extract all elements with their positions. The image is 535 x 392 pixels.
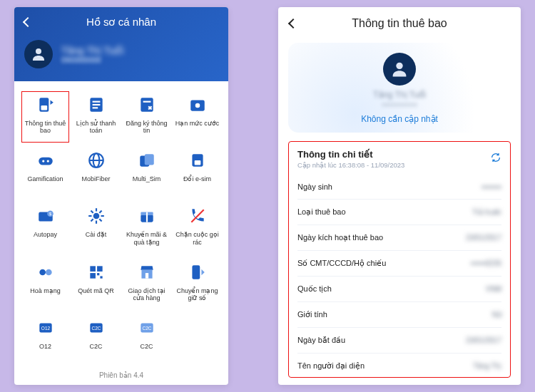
c2c-b-icon: C2C (136, 317, 158, 339)
feature-tile[interactable]: Đổi e-sim (173, 147, 221, 198)
tile-label: Đăng ký thông tin (123, 120, 170, 135)
history-icon (86, 94, 107, 115)
feature-tile[interactable]: Multi_Sim (123, 147, 170, 198)
avatar (383, 53, 416, 86)
detail-value: 23/01/2017 (466, 336, 501, 344)
tile-label: Hạn mức cước (175, 120, 220, 135)
refresh-icon[interactable] (490, 152, 501, 166)
feature-tile[interactable]: Gamification (21, 147, 69, 198)
card-phone: 0900000000 (382, 101, 417, 108)
svg-rect-43 (100, 276, 102, 278)
svg-rect-11 (39, 158, 53, 165)
svg-text:O12: O12 (41, 326, 50, 331)
detail-row: Ngày sinh•••••••• (297, 175, 501, 200)
esim-icon (187, 150, 208, 171)
svg-rect-39 (90, 266, 96, 272)
autopay-icon: $ (35, 205, 56, 227)
tile-label: Cài đặt (86, 231, 107, 247)
limit-icon (187, 94, 208, 115)
svg-text:C2C: C2C (142, 326, 151, 331)
subscriber-card: Tăng Thị Tuổi 0900000000 Không cần cập n… (288, 43, 511, 133)
svg-rect-6 (92, 107, 98, 108)
register-icon (136, 94, 158, 115)
tile-label: Multi_Sim (133, 175, 161, 191)
tile-label: Khuyến mãi & quà tặng (123, 231, 170, 247)
tile-label: O12 (39, 343, 51, 359)
svg-point-12 (42, 160, 44, 163)
profile-screen: Hồ sơ cá nhân Tăng Thị Tuổi 0900000000 T… (14, 7, 228, 385)
app-version: Phiên bản 4.4 (14, 368, 228, 385)
tile-label: C2C (140, 343, 153, 359)
svg-point-53 (396, 63, 402, 69)
svg-text:$: $ (49, 212, 51, 216)
detail-label: Ngày bắt đầu (297, 336, 345, 345)
feature-tile[interactable]: Cài đặt (72, 202, 120, 254)
feature-tile[interactable]: Đăng ký thông tin (123, 91, 170, 143)
feature-tile[interactable]: Chặn cuộc gọi rác (173, 202, 221, 254)
feature-tile[interactable]: Quét mã QR (72, 259, 120, 310)
svg-rect-20 (194, 160, 200, 165)
header-title: Hồ sơ cá nhân (31, 16, 211, 29)
svg-rect-18 (144, 155, 153, 165)
feature-tile[interactable]: MobiFiber (72, 147, 120, 198)
detail-row: Ngày kích hoạt thuê bao23/01/2017 (297, 225, 501, 251)
detail-row: Ngày bắt đầu23/01/2017 (297, 328, 501, 354)
feature-tile[interactable]: Hạn mức cước (173, 91, 221, 143)
blank-icon (187, 317, 208, 339)
tile-label: Thông tin thuê bao (21, 120, 69, 135)
svg-point-38 (46, 269, 52, 275)
feature-tile[interactable]: O12O12 (21, 314, 69, 366)
detail-value: Trả trước (472, 208, 501, 216)
detail-title: Thông tin chi tiết (297, 149, 490, 160)
svg-point-13 (46, 160, 49, 163)
feature-tile[interactable]: Thông tin thuê bao (21, 91, 69, 143)
profile-user-row[interactable]: Tăng Thị Tuổi 0900000000 (14, 34, 228, 71)
svg-point-10 (195, 103, 200, 108)
tile-label: Gamification (27, 175, 63, 191)
feature-tile[interactable]: $Autopay (21, 202, 69, 254)
detail-label: Số CMT/CCCD/Hộ chiếu (297, 259, 386, 268)
detail-value: Nữ (492, 311, 501, 319)
tile-label: MobiFiber (81, 175, 110, 191)
feature-tile[interactable] (173, 314, 221, 366)
detail-label: Tên người đại diện (297, 361, 365, 371)
svg-rect-41 (90, 273, 96, 279)
svg-point-24 (93, 213, 99, 220)
profile-phone: 0900000000 (61, 56, 123, 64)
card-name: Tăng Thị Tuổi (373, 90, 426, 100)
svg-rect-2 (41, 105, 47, 110)
detail-row: Tên người đại diệnTăng Thị (297, 354, 501, 378)
sim-info-icon (35, 94, 56, 115)
feature-tile[interactable]: C2CC2C (72, 314, 120, 366)
feature-tile[interactable]: C2CC2C (123, 314, 170, 366)
svg-line-30 (99, 220, 101, 222)
tile-label: Lịch sử thanh toán (72, 120, 120, 135)
update-status: Không cần cập nhật (361, 114, 438, 124)
header-title: Thông tin thuê bao (297, 17, 502, 30)
tile-label: Chuyển mạng giữ số (173, 287, 221, 303)
detail-value: Tăng Thị (473, 362, 501, 370)
qr-icon (86, 262, 107, 283)
game-icon (35, 150, 56, 171)
feature-tile[interactable]: Lịch sử thanh toán (72, 91, 120, 143)
feature-tile[interactable]: Hoà mạng (21, 259, 69, 310)
mnp-icon (187, 262, 208, 283)
feature-tile[interactable]: Chuyển mạng giữ số (173, 259, 221, 310)
svg-point-0 (36, 48, 41, 54)
svg-line-29 (91, 211, 93, 213)
svg-rect-40 (97, 266, 103, 272)
svg-rect-45 (145, 273, 148, 279)
tile-label: Quét mã QR (78, 287, 114, 303)
tile-label: Autopay (34, 231, 57, 247)
feature-tile[interactable]: Giao dịch tại cửa hàng (123, 259, 170, 310)
feature-tile[interactable]: Khuyến mãi & quà tặng (123, 202, 170, 254)
tile-label: Đổi e-sim (183, 175, 211, 191)
profile-header: Hồ sơ cá nhân Tăng Thị Tuổi 0900000000 (14, 7, 228, 81)
detail-label: Giới tính (297, 310, 327, 319)
detail-value: •••••••• (482, 183, 501, 191)
multi-sim-icon (136, 150, 158, 171)
svg-rect-46 (192, 265, 200, 279)
feature-grid: Thông tin thuê baoLịch sử thanh toánĐăng… (14, 81, 228, 368)
svg-line-32 (99, 211, 101, 213)
globe-icon (86, 150, 107, 171)
